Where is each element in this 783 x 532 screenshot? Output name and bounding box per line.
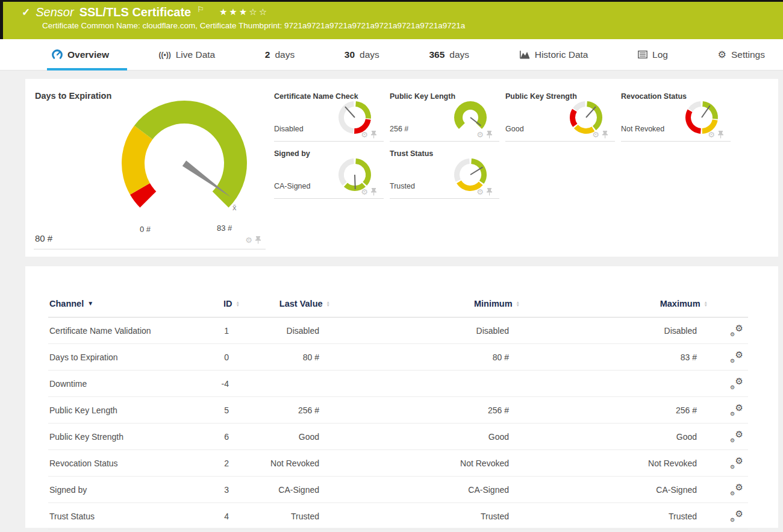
gauge-tile-public-key-length: Public Key Length256 #⚙ (390, 90, 499, 142)
channel-id: 0 (208, 352, 253, 362)
channel-minimum: 256 # (343, 405, 533, 415)
tile-tools: ⚙ (708, 130, 723, 139)
channel-last-value: Disabled (253, 326, 343, 336)
tab-log[interactable]: Log (638, 39, 668, 70)
pin-icon[interactable] (602, 131, 608, 139)
tab-live-data[interactable]: ((•))Live Data (159, 39, 216, 70)
tab-30-days[interactable]: 30days (345, 39, 379, 70)
channel-settings-gear-icon[interactable]: ⚙⚙ (730, 431, 743, 442)
tab-label: days (449, 49, 469, 60)
pin-icon[interactable] (718, 131, 723, 139)
pin-icon[interactable] (371, 131, 376, 139)
tile-tools: ⚙ (592, 130, 608, 139)
pin-icon[interactable] (487, 131, 492, 139)
active-tab-underline (47, 68, 127, 70)
channel-id: 2 (208, 458, 253, 468)
sort-neutral-icon[interactable]: ▲▼ (236, 301, 240, 307)
sort-down-arrow: ▼ (704, 304, 708, 307)
gear-icon: ⚙ (735, 376, 743, 387)
column-header-last[interactable]: Last Value▲▼ (253, 299, 343, 308)
gear-icon[interactable]: ⚙ (245, 236, 252, 245)
channel-settings-gear-icon[interactable]: ⚙⚙ (730, 484, 743, 495)
tab-365-days[interactable]: 365days (429, 39, 469, 70)
channel-settings-gear-icon[interactable]: ⚙⚙ (730, 404, 743, 416)
channel-settings-gear-icon[interactable]: ⚙⚙ (730, 510, 743, 522)
channel-settings-gear-icon[interactable]: ⚙⚙ (730, 325, 743, 336)
tab-label: Historic Data (535, 49, 588, 60)
channel-name[interactable]: Downtime (48, 379, 208, 389)
sensor-status-header: ✓ Sensor SSL/TLS Certificate ⚐ ★★★☆☆ Cer… (0, 2, 783, 39)
priority-stars[interactable]: ★★★☆☆ (219, 7, 269, 17)
tile-tools: ⚙ (245, 236, 261, 245)
channel-maximum: 256 # (533, 405, 721, 415)
gauge-value: Disabled (274, 125, 304, 133)
channel-settings-gear-icon[interactable]: ⚙⚙ (730, 351, 743, 363)
channel-maximum: Disabled (533, 326, 721, 336)
sort-neutral-icon[interactable]: ▲▼ (704, 301, 708, 307)
column-header-id[interactable]: ID▲▼ (208, 299, 253, 308)
sort-desc-icon[interactable]: ▼ (87, 301, 93, 307)
gear-icon[interactable]: ⚙ (361, 130, 368, 139)
gear-icon-small: ⚙ (730, 464, 735, 470)
gauge-value: CA-Signed (274, 182, 310, 190)
channel-name[interactable]: Revocation Status (48, 458, 208, 468)
gear-icon[interactable]: ⚙ (361, 187, 368, 196)
gauge-icon (52, 49, 63, 60)
gauge-tile-certificate-name-check: Certificate Name CheckDisabled⚙ (274, 90, 384, 142)
table-row: Days to Expiration080 #80 #83 #⚙⚙ (48, 344, 748, 371)
tile-tools: ⚙ (476, 187, 492, 196)
channel-minimum: Not Revoked (343, 458, 533, 468)
pin-icon[interactable] (487, 188, 492, 196)
sort-neutral-icon[interactable]: ▲▼ (516, 301, 520, 307)
gear-icon-small: ⚙ (730, 490, 735, 496)
gear-icon: ⚙ (735, 455, 743, 466)
sort-down-arrow: ▼ (326, 304, 330, 307)
sort-down-arrow: ▼ (516, 304, 520, 307)
column-header-max[interactable]: Maximum▲▼ (533, 299, 721, 308)
gear-icon[interactable]: ⚙ (708, 130, 715, 139)
channel-name[interactable]: Signed by (48, 485, 208, 495)
tile-tools: ⚙ (476, 130, 492, 139)
table-row: Certificate Name Validation1DisabledDisa… (48, 318, 748, 344)
gauge-tile-revocation-status: Revocation StatusNot Revoked⚙ (621, 90, 731, 142)
days-to-expiration-gauge (112, 91, 257, 236)
column-header-min[interactable]: Minimum▲▼ (343, 299, 533, 308)
gauge-value: Not Revoked (621, 125, 664, 133)
sort-neutral-icon[interactable]: ▲▼ (326, 301, 330, 307)
tab-2-days[interactable]: 2days (265, 39, 295, 70)
live-icon: ((•)) (159, 51, 171, 59)
channels-table-header: Channel▼ID▲▼Last Value▲▼Minimum▲▼Maximum… (48, 290, 748, 318)
channel-gear-cell: ⚙⚙ (721, 510, 748, 522)
channel-settings-gear-icon[interactable]: ⚙⚙ (730, 378, 743, 389)
channel-name[interactable]: Days to Expiration (48, 352, 208, 362)
channel-maximum: Good (533, 432, 721, 442)
gear-icon[interactable]: ⚙ (592, 130, 599, 139)
gear-icon-small: ⚙ (730, 411, 735, 417)
tab-label: Overview (67, 49, 109, 60)
tab-historic-data[interactable]: Historic Data (519, 39, 588, 70)
channel-name[interactable]: Trust Status (48, 512, 208, 521)
tab-label: Settings (731, 49, 765, 60)
channel-settings-gear-icon[interactable]: ⚙⚙ (730, 457, 743, 469)
channel-name[interactable]: Certificate Name Validation (48, 326, 208, 336)
table-row: Downtime-4⚙⚙ (48, 371, 748, 397)
tab-settings[interactable]: ⚙Settings (718, 39, 765, 70)
page-content: Days to Expiration x̄ 0 # 83 # 80 # ⚙ Ce… (0, 70, 783, 528)
pin-icon[interactable] (371, 188, 376, 196)
tab-label: Log (652, 49, 668, 60)
channel-id: 1 (208, 326, 253, 336)
log-icon (638, 51, 647, 58)
pin-icon[interactable] (255, 236, 261, 244)
tab-overview[interactable]: Overview (52, 39, 109, 70)
column-header-label: Channel (49, 299, 84, 308)
sort-down-arrow: ▼ (236, 304, 240, 307)
channel-gear-cell: ⚙⚙ (721, 351, 748, 363)
channel-id: 5 (208, 405, 253, 415)
gear-icon[interactable]: ⚙ (476, 130, 484, 139)
channel-name[interactable]: Public Key Strength (48, 432, 208, 442)
gear-icon[interactable]: ⚙ (476, 187, 484, 196)
column-header-channel[interactable]: Channel▼ (48, 299, 208, 308)
channel-name[interactable]: Public Key Length (48, 405, 208, 415)
gear-icon: ⚙ (735, 509, 743, 519)
channel-id: 4 (208, 512, 253, 521)
